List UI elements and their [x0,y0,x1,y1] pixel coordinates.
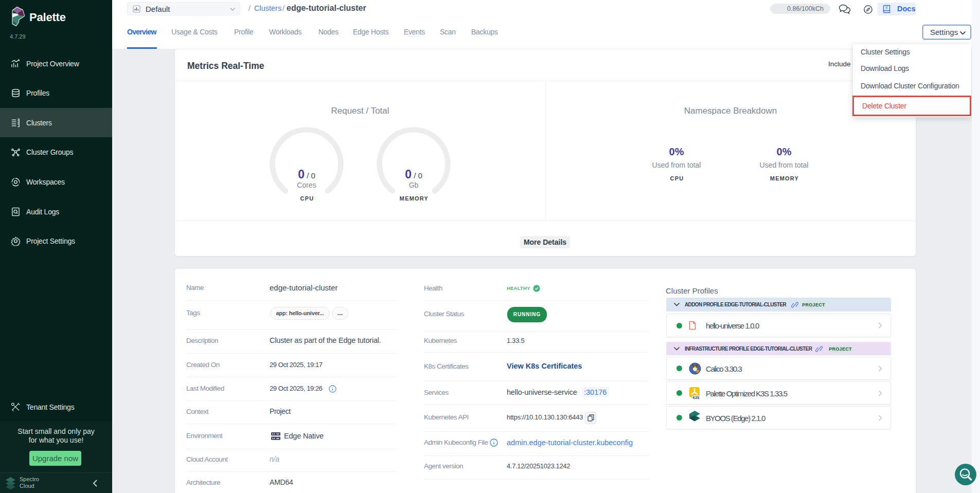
svg-text:K3S: K3S [693,396,700,399]
